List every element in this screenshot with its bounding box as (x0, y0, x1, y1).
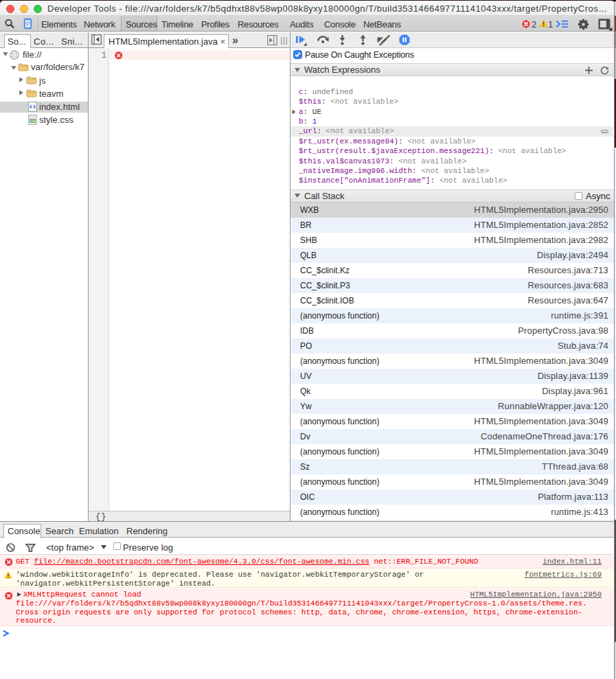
svg-text:css: css (30, 119, 36, 123)
